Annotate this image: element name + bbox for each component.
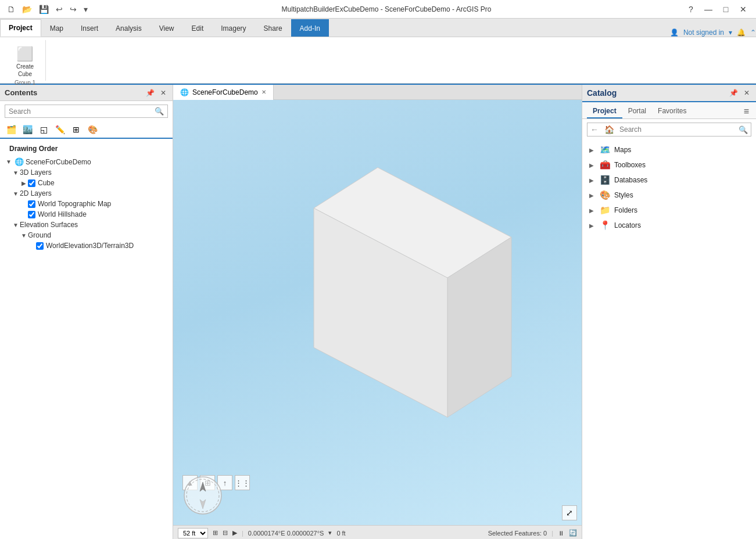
world-elevation-item[interactable]: ▶ WorldElevation3D/Terrain3D [0,240,173,251]
catalog-menu-icon[interactable]: ≡ [741,105,751,118]
create-cube-button[interactable]: ⬜ Create Cube [12,44,38,80]
contents-search-icon[interactable]: 🔍 [151,105,167,117]
tab-edit[interactable]: Edit [183,19,213,37]
ribbon-group-content: ⬜ Create Cube [12,40,38,80]
table-icon[interactable]: ⊞ [69,123,84,136]
databases-expand-icon[interactable]: ▶ [589,177,596,184]
scene-root-item[interactable]: ▼ 🌐 SceneForCubeDemo [0,156,173,167]
pin-icon[interactable]: 📌 [144,88,156,98]
ground-item[interactable]: ▼ Ground [0,230,173,240]
catalog-back-icon[interactable]: ← [587,123,601,136]
cat-tab-favorites[interactable]: Favorites [652,105,692,118]
scene-expand-icon[interactable]: ▼ [5,158,13,166]
cube-expand-icon[interactable]: ▶ [20,179,28,187]
maps-icon: 🗺️ [600,145,611,155]
help-button[interactable]: ? [683,1,699,17]
catalog-toolboxes-item[interactable]: ▶ 🧰 Toolboxes [582,157,756,173]
layers-2d-expand-icon[interactable]: ▼ [12,189,20,197]
catalog-locators-item[interactable]: ▶ 📍 Locators [582,218,756,233]
maps-expand-icon[interactable]: ▶ [589,147,596,153]
contents-search-input[interactable] [5,106,151,117]
ribbon-tab-bar: Project Map Insert Analysis View Edit Im… [0,19,756,37]
ground-expand-icon[interactable]: ▼ [20,231,28,239]
separator-2: | [551,530,553,537]
edit-tool-icon[interactable]: ✏️ [52,123,67,136]
scene-tab-close-icon[interactable]: ✕ [261,89,266,95]
catalog-pin-icon[interactable]: 📌 [728,88,740,98]
world-topo-checkbox[interactable] [28,200,35,208]
sign-in-button[interactable]: 👤 Not signed in ▾ 🔔 ⌃ [670,28,756,37]
scale-set-icon[interactable]: ⊞ [213,529,218,537]
more-icon[interactable]: ▾ [81,3,90,15]
title-bar: 🗋 📂 💾 ↩ ↪ ▾ MultipatchBuilderExCubeDemo … [0,0,756,19]
folders-label: Folders [614,206,637,214]
catalog-maps-item[interactable]: ▶ 🗺️ Maps [582,142,756,157]
layers-3d-label: 3D Layers [20,168,52,177]
catalog-home-icon[interactable]: 🏠 [601,123,617,136]
coord-dropdown-icon[interactable]: ▾ [328,529,332,537]
cube-layer-item[interactable]: ▶ Cube [0,178,173,188]
world-hillshade-checkbox[interactable] [28,211,35,218]
layers-3d-expand-icon[interactable]: ▼ [12,168,20,177]
folders-expand-icon[interactable]: ▶ [589,207,596,214]
open-icon[interactable]: 📂 [20,3,34,15]
more-controls-button[interactable]: ⋮⋮ [235,475,250,490]
scene-layer-icon[interactable]: 🏙️ [20,123,35,136]
tab-share[interactable]: Share [255,19,291,37]
cube-checkbox[interactable] [28,179,35,187]
contents-close-icon[interactable]: ✕ [159,88,168,98]
pause-button[interactable]: ⏸ [558,530,564,537]
cat-tab-project[interactable]: Project [587,105,622,118]
catalog-search-bar[interactable]: ← 🏠 🔍 [587,123,751,136]
refresh-button[interactable]: 🔄 [569,529,577,537]
elevation-surfaces-item[interactable]: ▼ Elevation Surfaces [0,220,173,230]
tab-addin[interactable]: Add-In [291,19,329,37]
world-hillshade-item[interactable]: ▶ World Hillshade [0,209,173,220]
layers-3d-item[interactable]: ▼ 3D Layers [0,167,173,178]
symbology-icon[interactable]: 🎨 [85,123,100,136]
grid-icon[interactable]: ⊟ [223,529,228,537]
layer-group-icon[interactable]: 🗂️ [3,123,19,136]
minimize-button[interactable]: — [700,1,716,17]
expand-icon[interactable]: ⌃ [750,28,756,37]
redo-icon[interactable]: ↪ [67,3,79,15]
tab-view[interactable]: View [151,19,183,37]
undo-icon[interactable]: ↩ [53,3,65,15]
catalog-folders-item[interactable]: ▶ 📁 Folders [582,203,756,218]
tab-sep: ≡ [741,105,751,118]
catalog-close-icon[interactable]: ✕ [742,88,751,98]
world-elevation-checkbox[interactable] [36,242,44,250]
tab-insert[interactable]: Insert [72,19,107,37]
styles-expand-icon[interactable]: ▶ [589,192,596,199]
tab-imagery[interactable]: Imagery [212,19,255,37]
elevation-expand-icon[interactable]: ▼ [12,221,20,229]
maximize-button[interactable]: □ [718,1,734,17]
contents-search-bar[interactable]: 🔍 [5,105,168,118]
feature-layer-icon[interactable]: ◱ [36,123,51,136]
tab-analysis[interactable]: Analysis [107,19,151,37]
locators-label: Locators [614,221,641,229]
expand-scene-button[interactable]: ⤢ [562,505,577,520]
catalog-databases-item[interactable]: ▶ 🗄️ Databases [582,173,756,188]
world-topo-item[interactable]: ▶ World Topographic Map [0,199,173,209]
cat-tab-portal[interactable]: Portal [622,105,652,118]
scale-selector[interactable]: 52 ft [178,528,208,538]
catalog-search-input[interactable] [617,124,736,135]
contents-tree: Drawing Order ▼ 🌐 SceneForCubeDemo ▼ 3D … [0,139,173,539]
locators-icon: 📍 [600,220,611,231]
animation-icon[interactable]: ▶ [232,529,237,537]
notification-icon[interactable]: 🔔 [737,28,746,37]
tab-map[interactable]: Map [41,19,72,37]
new-icon[interactable]: 🗋 [5,3,17,15]
toolboxes-expand-icon[interactable]: ▶ [589,162,596,168]
locators-expand-icon[interactable]: ▶ [589,222,596,229]
close-button[interactable]: ✕ [735,1,751,17]
tab-project[interactable]: Project [0,19,41,37]
compass[interactable] [182,475,223,516]
catalog-search-icon[interactable]: 🔍 [736,124,751,136]
layers-2d-item[interactable]: ▼ 2D Layers [0,188,173,199]
scene-tab[interactable]: 🌐 SceneForCubeDemo ✕ [173,85,274,100]
save-icon[interactable]: 💾 [37,3,51,15]
catalog-styles-item[interactable]: ▶ 🎨 Styles [582,188,756,203]
contents-toolbar: 🗂️ 🏙️ ◱ ✏️ ⊞ 🎨 [0,121,173,139]
